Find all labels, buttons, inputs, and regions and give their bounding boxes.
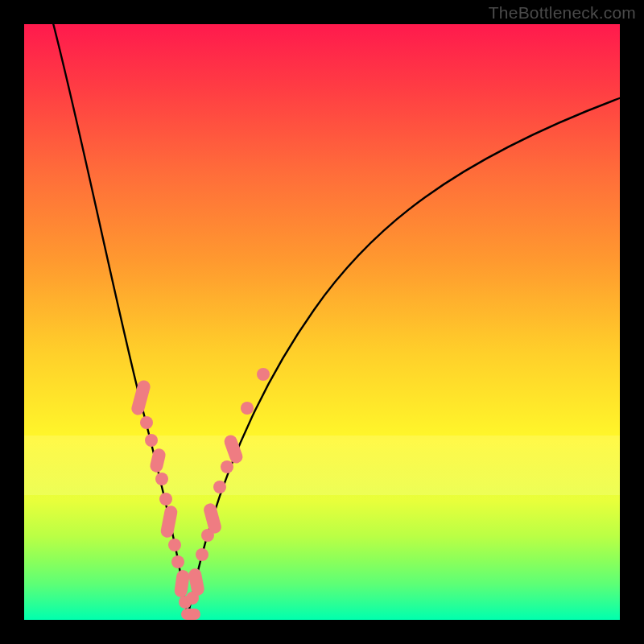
svg-point-14: [196, 548, 208, 561]
svg-point-4: [155, 473, 168, 485]
svg-point-1: [140, 416, 153, 429]
svg-rect-19: [222, 433, 244, 464]
svg-rect-0: [130, 379, 152, 417]
svg-rect-11: [181, 609, 200, 620]
svg-rect-13: [188, 568, 205, 597]
svg-point-2: [145, 434, 158, 447]
svg-point-8: [171, 555, 184, 568]
svg-point-21: [257, 368, 270, 381]
svg-point-17: [213, 481, 226, 493]
beads-left: [130, 379, 192, 609]
svg-rect-3: [149, 448, 167, 474]
chart-frame: TheBottleneck.com: [0, 0, 644, 644]
svg-point-15: [201, 529, 214, 542]
beads-trough: [181, 609, 200, 620]
curve-right-branch: [188, 97, 624, 617]
svg-rect-9: [174, 569, 191, 598]
attribution-text: TheBottleneck.com: [489, 3, 636, 23]
plot-area: [24, 24, 620, 620]
svg-point-12: [186, 592, 199, 605]
svg-point-5: [159, 493, 172, 506]
svg-point-20: [241, 402, 254, 415]
svg-point-7: [168, 539, 181, 551]
curve-left-branch: [52, 20, 188, 617]
svg-rect-16: [202, 502, 222, 535]
curve-layer: [24, 24, 620, 620]
svg-point-18: [221, 460, 233, 473]
highlight-band: [24, 436, 620, 495]
svg-point-10: [179, 596, 192, 609]
beads-right: [186, 368, 270, 605]
svg-rect-6: [159, 505, 178, 539]
